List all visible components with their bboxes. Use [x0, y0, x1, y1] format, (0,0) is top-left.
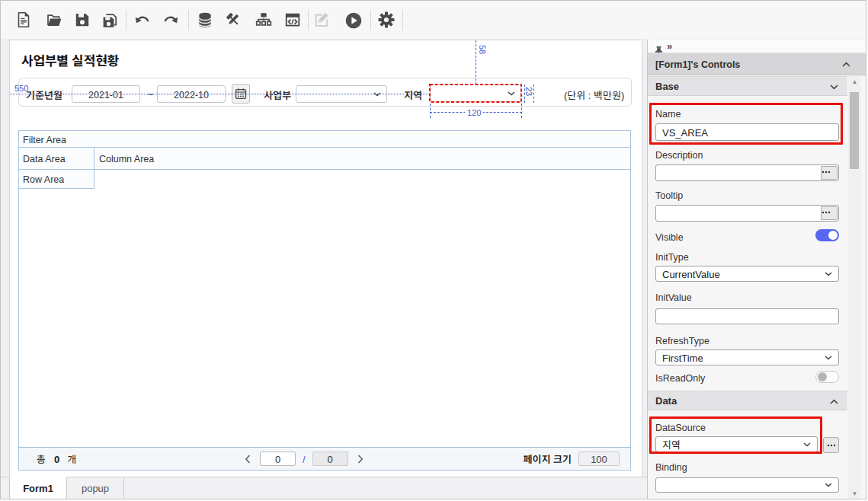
section-data[interactable]: Data [648, 391, 847, 410]
tooltip-ellipsis-button[interactable] [821, 206, 838, 220]
prop-refreshtype-value: FirstTime [662, 353, 703, 363]
page-size-input[interactable]: 100 [578, 452, 620, 466]
edit-icon[interactable] [313, 11, 330, 28]
chevron-down-icon [830, 85, 838, 90]
toggle-knob [828, 231, 838, 240]
prop-inittype-select[interactable]: CurrentValue [655, 266, 839, 282]
toolbar-separator [370, 10, 371, 30]
chevron-left-icon [245, 455, 251, 464]
tab-form1[interactable]: Form1 [9, 477, 67, 499]
total-count-group: 총 0 개 [37, 448, 76, 470]
sitemap-icon[interactable] [255, 11, 272, 28]
chevron-down-icon [373, 92, 381, 97]
toolbar-separator [308, 10, 309, 30]
pivot-column-area[interactable]: Column Area [94, 148, 154, 169]
isreadonly-toggle[interactable] [815, 371, 839, 383]
page-size-label: 페이지 크기 [524, 452, 572, 466]
chevron-up-icon [830, 399, 838, 404]
calendar-icon [235, 88, 247, 100]
division-label: 사업부 [264, 88, 291, 102]
period-to-input[interactable]: 2022-10 [157, 85, 226, 103]
prop-datasource-select[interactable]: 지역 [655, 436, 818, 452]
pivot-data-area[interactable]: Data Area [19, 148, 94, 169]
database-icon[interactable] [197, 11, 213, 28]
code-window-icon[interactable] [284, 11, 301, 28]
pagination: 0 / 0 [245, 448, 364, 470]
description-ellipsis-button[interactable] [821, 166, 838, 180]
ellipsis-icon [822, 211, 831, 214]
prop-inittype-label: InitType [655, 251, 689, 261]
calendar-button[interactable] [232, 84, 250, 104]
prop-visible-label: Visible [655, 231, 684, 241]
panel-topbar: » [648, 40, 866, 53]
panel-header[interactable]: [Form1]'s Controls [648, 53, 866, 75]
page-size-group: 페이지 크기 100 [524, 448, 620, 470]
page-separator: / [303, 452, 306, 466]
panel-scrollbar[interactable]: ▲ ▼ [848, 76, 861, 499]
prop-binding-label: Binding [655, 461, 687, 471]
prop-name-label: Name [655, 108, 681, 118]
tools-icon[interactable] [225, 11, 242, 28]
open-folder-icon[interactable] [46, 11, 62, 28]
panel-header-title: [Form1]'s Controls [655, 56, 740, 71]
region-label: 지역 [404, 88, 422, 102]
toolbar-separator [188, 10, 189, 30]
section-data-title: Data [655, 393, 677, 407]
pivot-row-area[interactable]: Row Area [19, 170, 94, 189]
page-total-input: 0 [312, 452, 348, 466]
scroll-down-arrow[interactable]: ▼ [848, 488, 861, 499]
main-toolbar [1, 1, 866, 39]
guide-top-offset: 58 [479, 45, 488, 54]
page-current-input[interactable]: 0 [260, 452, 296, 466]
chevron-down-icon [825, 356, 832, 360]
prop-initvalue-input[interactable] [655, 308, 839, 324]
datasource-ellipsis-button[interactable] [823, 437, 839, 453]
total-count: 0 [54, 452, 59, 466]
run-icon[interactable] [345, 12, 362, 29]
prop-refreshtype-label: RefreshType [655, 335, 709, 345]
save-icon[interactable] [74, 11, 91, 28]
section-base[interactable]: Base [648, 76, 847, 96]
properties-panel: » [Form1]'s Controls Base Name VS_AREA D… [647, 40, 866, 499]
undo-icon[interactable] [133, 11, 150, 28]
settings-icon[interactable] [378, 11, 395, 28]
page-next-button[interactable] [357, 455, 364, 464]
prop-binding-select[interactable] [655, 477, 839, 493]
region-dropdown[interactable] [430, 85, 521, 102]
toolbar-separator [126, 10, 127, 30]
form-tab-strip: Form1 popup [1, 477, 647, 499]
prop-inittype-value: CurrentValue [662, 269, 720, 279]
visible-toggle[interactable] [815, 229, 839, 241]
guide-left-offset: 550 [14, 83, 28, 92]
scrollbar-thumb[interactable] [850, 92, 859, 169]
collapse-panel-button[interactable]: » [667, 40, 672, 52]
guide-control-width: 120 [465, 107, 483, 116]
new-file-icon[interactable] [15, 11, 32, 28]
prop-datasource-label: DataSource [655, 422, 706, 432]
period-tilde: ~ [144, 86, 156, 101]
page-prev-button[interactable] [245, 455, 251, 464]
total-prefix: 총 [37, 452, 46, 466]
prop-datasource-value: 지역 [662, 439, 681, 450]
toggle-knob [818, 372, 827, 381]
pivot-filter-area[interactable]: Filter Area [19, 131, 630, 148]
division-dropdown[interactable] [296, 85, 387, 103]
redo-icon[interactable] [163, 11, 180, 28]
prop-name-input[interactable]: VS_AREA [655, 123, 839, 141]
prop-description-label: Description [655, 149, 703, 159]
period-from-input[interactable]: 2021-01 [72, 85, 140, 103]
chevron-down-icon [825, 272, 832, 276]
chevron-down-icon [508, 91, 515, 96]
prop-initvalue-label: InitValue [655, 292, 692, 302]
save-all-icon[interactable] [101, 11, 118, 28]
pivot-status-bar: 총 0 개 0 / 0 페이지 크기 100 [19, 447, 630, 470]
panel-body: Base Name VS_AREA Description Tooltip Vi… [648, 75, 866, 499]
toolbar-separator [402, 10, 403, 30]
pivot-grid: Filter Area Data Area Column Area Row Ar… [18, 130, 631, 471]
prop-tooltip-input[interactable] [655, 205, 839, 222]
unit-note: (단위 : 백만원) [564, 88, 624, 102]
prop-refreshtype-select[interactable]: FirstTime [655, 349, 839, 365]
scroll-up-arrow[interactable]: ▲ [848, 76, 861, 87]
prop-description-input[interactable] [655, 164, 839, 181]
tab-popup[interactable]: popup [67, 477, 124, 499]
